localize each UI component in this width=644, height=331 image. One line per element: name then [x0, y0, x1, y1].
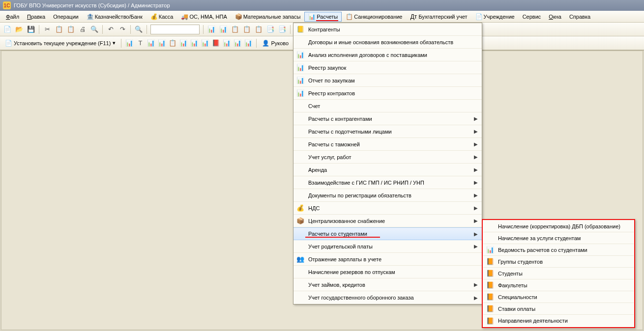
toolbar-button[interactable]: ↶ [105, 24, 116, 35]
submenu-item-label: Студенты [495, 271, 630, 276]
toolbar-button[interactable]: 🔍 [133, 24, 144, 35]
menu-item[interactable]: Расчеты с контрагентами▶ [293, 112, 482, 125]
menu-item[interactable]: Учет займов, кредитов▶ [293, 278, 482, 291]
submenu-item[interactable]: 📙Специальности [483, 291, 634, 303]
menu-item-label: Расчеты с таможней [305, 141, 474, 147]
menubar: ФайлПравкаОперации🏦Казначейство/Банк💰Кас… [0, 11, 644, 23]
toolbar-button[interactable]: 📑 [277, 24, 288, 35]
menu-item[interactable]: Договоры и иные основания возникновения … [293, 36, 482, 49]
toolbar-button[interactable]: 🖨 [77, 24, 88, 35]
menu-item-label: Контрагенты [305, 27, 478, 32]
dropdown-raschety: 📒КонтрагентыДоговоры и иные основания во… [293, 23, 482, 304]
menu-item[interactable]: Расчеты с подотчетными лицами▶ [293, 125, 482, 138]
menu-item[interactable]: 📊Анализ исполнения договоров с поставщик… [293, 49, 482, 61]
toolbar-button[interactable]: 📋 [253, 24, 264, 35]
menu-item[interactable]: Расчеты со студентами▶ [293, 227, 482, 240]
toolbar-button[interactable]: ↷ [117, 24, 128, 35]
toolbar-button[interactable]: 📕 [210, 38, 221, 49]
menu-item[interactable]: 📊Отчет по закупкам [293, 74, 482, 87]
submenu-item[interactable]: 📊Ведомость расчетов со студентами [483, 244, 634, 256]
menu-правка[interactable]: Правка [23, 12, 49, 21]
menu-материальные-запасы[interactable]: 📦Материальные запасы [231, 12, 305, 22]
submenu-item[interactable]: 📙Ставки оплаты [483, 303, 634, 315]
menu-item[interactable]: Взаимодействие с ГИС ГМП / ИС РНИП / УНП… [293, 176, 482, 189]
menu-label: Санкционирование [354, 14, 402, 20]
menu-операции[interactable]: Операции [49, 12, 82, 21]
search-input[interactable] [150, 25, 200, 34]
menu-item[interactable]: Начисление резервов по отпускам [293, 266, 482, 278]
submenu-item-icon: 📙 [485, 317, 495, 325]
menu-item[interactable]: Учет родительской платы▶ [293, 240, 482, 253]
toolbar-button[interactable]: 📊 [206, 24, 217, 35]
menu-item[interactable]: Аренда▶ [293, 164, 482, 176]
menu-item[interactable]: 📊Реестр закупок [293, 61, 482, 74]
toolbar-button[interactable]: 📊 [218, 24, 229, 35]
menu-label: Учреждение [484, 14, 515, 20]
menu-label: Справка [569, 14, 590, 20]
menu-label: Касса [159, 14, 174, 20]
toolbar-button[interactable]: 💾 [26, 24, 36, 35]
menu-item[interactable]: Учет государственного оборонного заказа▶ [293, 291, 482, 304]
toolbar-button[interactable]: 📊 [156, 38, 167, 49]
submenu-item[interactable]: 📙Факультеты [483, 279, 634, 291]
toolbar-button[interactable]: 📊 [200, 38, 210, 49]
submenu-item[interactable]: Начисление (корректировка) ДБП (образова… [483, 221, 634, 232]
toolbar-button[interactable]: 📊 [124, 38, 135, 49]
menu-бухгалтерский-учет[interactable]: ДтБухгалтерский учет [406, 12, 471, 22]
manager-button[interactable]: 👤 Руково [259, 38, 292, 49]
submenu-item[interactable]: Начисление за услуги студентам [483, 232, 634, 244]
separator [39, 25, 39, 34]
menu-санкционирование[interactable]: 📋Санкционирование [342, 12, 406, 22]
toolbar-button[interactable]: 📋 [65, 24, 76, 35]
menu-учреждение[interactable]: 📄Учреждение [471, 12, 519, 22]
menu-item-label: Учет государственного оборонного заказа [305, 295, 474, 301]
menu-item[interactable]: Документы по регистрации обязательств▶ [293, 189, 482, 202]
separator [290, 25, 291, 34]
toolbar-button[interactable]: 📊 [243, 38, 254, 49]
toolbar-button[interactable]: ✂ [42, 24, 53, 35]
menu-касса[interactable]: 💰Касса [146, 12, 177, 22]
menu-сервис[interactable]: Сервис [519, 12, 545, 21]
menu-казначейство-банк[interactable]: 🏦Казначейство/Банк [83, 12, 146, 22]
menu-item[interactable]: 👥Отражение зарплаты в учете [293, 253, 482, 266]
menu-item-label: Реестр контрактов [305, 90, 478, 96]
toolbar-button[interactable]: T [135, 38, 146, 49]
separator [146, 25, 147, 34]
toolbar-button[interactable]: 📋 [167, 38, 178, 49]
toolbar-button[interactable]: 📋 [54, 24, 64, 35]
toolbar-button[interactable]: 📊 [221, 38, 232, 49]
menu-item[interactable]: Учет услуг, работ▶ [293, 151, 482, 164]
toolbar-button[interactable]: 📊 [232, 38, 243, 49]
menu-расчеты[interactable]: 📊Расчеты [304, 12, 342, 22]
menu-item-icon: 📊 [295, 51, 305, 58]
menu-окна[interactable]: Окна [545, 12, 565, 21]
menu-item[interactable]: 📦Централизованное снабжение▶ [293, 215, 482, 227]
menu-item[interactable]: Счет [293, 100, 482, 112]
toolbar-button[interactable]: 📋 [241, 24, 252, 35]
set-org-button[interactable]: 📄 Установить текущее учреждение (F11) ▾ [2, 38, 118, 49]
toolbar-button[interactable]: 🔍 [89, 24, 100, 35]
toolbar-button[interactable]: 📄 [2, 24, 13, 35]
doc-icon: 📄 [5, 40, 12, 47]
menu-файл[interactable]: Файл [2, 12, 23, 21]
menu-ос-нма-нпа[interactable]: 🚚ОС, НМА, НПА [177, 12, 231, 22]
menu-label: Окна [549, 14, 561, 20]
submenu-item[interactable]: 📙Группы студентов [483, 256, 634, 268]
toolbar-button[interactable]: 📑 [265, 24, 276, 35]
toolbar-button[interactable]: 📂 [14, 24, 25, 35]
submenu-arrow-icon: ▶ [474, 141, 478, 147]
menu-справка[interactable]: Справка [565, 12, 594, 21]
menu-icon: 💰 [150, 13, 157, 20]
menu-label: Бухгалтерский учет [418, 14, 467, 20]
menu-item[interactable]: Расчеты с таможней▶ [293, 138, 482, 151]
toolbar-button[interactable]: 📋 [230, 24, 240, 35]
menu-item[interactable]: 💰НДС▶ [293, 202, 482, 215]
toolbar-button[interactable]: 📊 [178, 38, 189, 49]
toolbar-button[interactable]: 📊 [189, 38, 200, 49]
submenu-arrow-icon: ▶ [474, 167, 478, 172]
menu-item[interactable]: 📊Реестр контрактов [293, 87, 482, 100]
menu-item[interactable]: 📒Контрагенты [293, 23, 482, 36]
submenu-item[interactable]: 📙Направления деятельности [483, 315, 634, 327]
submenu-item[interactable]: 📙Студенты [483, 268, 634, 279]
toolbar-button[interactable]: 📊 [146, 38, 156, 49]
